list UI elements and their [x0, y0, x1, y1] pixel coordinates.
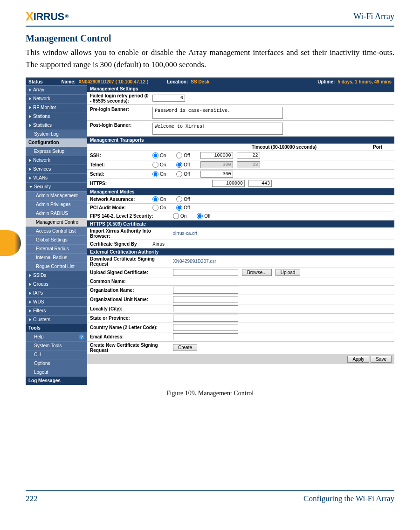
serial-off-radio[interactable]: Off: [176, 171, 190, 177]
telnet-off-radio[interactable]: Off: [176, 162, 190, 168]
pci-on-radio[interactable]: On: [152, 205, 166, 211]
sidebar-clusters[interactable]: Clusters: [26, 315, 87, 324]
ssh-label: SSH:: [90, 153, 149, 158]
sidebar-options[interactable]: Options: [26, 359, 87, 368]
organization-name-label: Organization Name:: [90, 288, 169, 293]
management-control-screenshot: Status Name:XN0429091D207 ( 10.100.47.12…: [26, 77, 394, 385]
help-icon: ?: [79, 334, 84, 340]
ou-name-label: Organizational Unit Name:: [90, 297, 169, 302]
sidebar-filters[interactable]: Filters: [26, 306, 87, 315]
page-number: 222: [26, 494, 38, 503]
serial-label: Serial:: [90, 172, 149, 177]
save-button[interactable]: Save: [371, 356, 392, 363]
serial-on-radio[interactable]: On: [152, 171, 166, 177]
state-label: State or Province:: [90, 316, 169, 321]
download-csr-label: Download Certificate Signing Request: [90, 256, 169, 267]
ssh-on-radio[interactable]: On: [152, 152, 166, 158]
sidebar-array[interactable]: Array: [26, 85, 87, 94]
sidebar-iaps[interactable]: IAPs: [26, 289, 87, 297]
net-assure-on-radio[interactable]: On: [152, 196, 166, 202]
apply-button[interactable]: Apply: [347, 356, 369, 363]
sidebar-log-messages-head: Log Messages: [26, 377, 87, 385]
figure-caption: Figure 109. Management Control: [26, 390, 394, 397]
status-label: Status: [28, 79, 43, 84]
organization-name-input[interactable]: [173, 287, 238, 294]
fips-on-radio[interactable]: On: [173, 213, 186, 219]
fips-off-radio[interactable]: Off: [197, 213, 210, 219]
email-label: Email Address:: [90, 334, 169, 339]
sidebar-security[interactable]: Security: [26, 182, 87, 191]
sidebar-logout[interactable]: Logout: [26, 368, 87, 377]
pre-login-banner-label: Pre-login Banner:: [90, 107, 149, 112]
sidebar-internal-radius[interactable]: Internal Radius: [26, 253, 87, 262]
serial-timeout-input[interactable]: [200, 171, 233, 178]
sidebar-system-log[interactable]: System Log: [26, 130, 87, 138]
telnet-port-input[interactable]: [237, 161, 260, 168]
upload-button[interactable]: Upload: [275, 269, 301, 276]
telnet-label: Telnet:: [90, 162, 149, 167]
pci-off-radio[interactable]: Off: [176, 205, 190, 211]
sidebar-global-settings[interactable]: Global Settings: [26, 235, 87, 244]
status-uptime: 5 days, 1 hours, 49 mins: [337, 79, 392, 84]
status-location: SS Desk: [191, 79, 209, 84]
header-right: Wi-Fi Array: [353, 12, 394, 21]
locality-label: Locality (City):: [90, 306, 169, 311]
sidebar-rf-monitor[interactable]: RF Monitor: [26, 103, 87, 112]
sidebar-wds[interactable]: WDS: [26, 297, 87, 306]
net-assure-off-radio[interactable]: Off: [176, 196, 190, 202]
upload-cert-input[interactable]: [173, 269, 238, 276]
sidebar-admin-radius[interactable]: Admin RADIUS: [26, 209, 87, 218]
sidebar-cli[interactable]: CLI: [26, 350, 87, 359]
panel-management-transports: Management Transports: [87, 137, 394, 144]
sidebar-management-control[interactable]: Management Control: [26, 218, 87, 227]
sidebar-network[interactable]: Network: [26, 94, 87, 103]
sidebar: Array Network RF Monitor Stations Statis…: [26, 85, 87, 385]
https-port-input[interactable]: [248, 180, 272, 187]
download-csr-link[interactable]: XN0429091D207.csr: [173, 259, 216, 264]
country-label: Country Name (2 Letter Code):: [90, 325, 169, 330]
locality-input[interactable]: [173, 305, 238, 312]
ssh-off-radio[interactable]: Off: [176, 152, 190, 158]
state-input[interactable]: [173, 315, 238, 322]
sidebar-vlans[interactable]: VLANs: [26, 173, 87, 182]
sidebar-ssids[interactable]: SSIDs: [26, 271, 87, 280]
panel-management-settings: Management Settings: [87, 85, 394, 92]
https-timeout-input[interactable]: [212, 180, 245, 187]
brand-logo: XIRRUS®: [26, 9, 69, 24]
pre-login-banner-input[interactable]: Password is case-sensitive.: [152, 107, 283, 119]
ssh-port-input[interactable]: [237, 152, 260, 159]
sidebar-admin-management[interactable]: Admin Management: [26, 191, 87, 200]
sidebar-cfg-network[interactable]: Network: [26, 156, 87, 165]
sidebar-system-tools[interactable]: System Tools: [26, 341, 87, 350]
retry-period-input[interactable]: [152, 95, 185, 102]
browse-button[interactable]: Browse...: [242, 269, 272, 276]
network-assurance-label: Network Assurance:: [90, 197, 149, 202]
ou-name-input[interactable]: [173, 296, 238, 303]
sidebar-stations[interactable]: Stations: [26, 112, 87, 121]
panel-external-cert-authority: External Certification Authority: [87, 248, 394, 255]
header-rule: [26, 26, 394, 27]
https-label: HTTPS:: [90, 181, 149, 186]
cert-signed-by-value: Xirrus: [152, 241, 165, 247]
email-input[interactable]: [173, 333, 238, 340]
sidebar-express-setup[interactable]: Express Setup: [26, 147, 87, 156]
ssh-timeout-input[interactable]: [200, 152, 233, 159]
status-name: XN0429091D207 ( 10.100.47.12 ): [78, 79, 148, 84]
sidebar-rogue-control-list[interactable]: Rogue Control List: [26, 262, 87, 271]
telnet-timeout-input[interactable]: [200, 161, 233, 168]
country-input[interactable]: [173, 324, 238, 331]
sidebar-statistics[interactable]: Statistics: [26, 121, 87, 130]
th-timeout: Timeout (30-100000 seconds): [205, 145, 364, 150]
import-authority-link[interactable]: xirrus-ca.crt: [173, 231, 197, 236]
create-button[interactable]: Create: [173, 344, 197, 351]
post-login-banner-input[interactable]: Welcome to Xirrus!: [152, 123, 283, 135]
sidebar-configuration-head: Configuration: [26, 138, 87, 147]
post-login-banner-label: Post-login Banner:: [90, 123, 149, 128]
sidebar-services[interactable]: Services: [26, 165, 87, 173]
sidebar-help[interactable]: Help?: [26, 332, 87, 341]
sidebar-external-radius[interactable]: External Radius: [26, 244, 87, 253]
telnet-on-radio[interactable]: On: [152, 162, 166, 168]
sidebar-access-control-list[interactable]: Access Control List: [26, 227, 87, 235]
sidebar-groups[interactable]: Groups: [26, 280, 87, 289]
sidebar-admin-privileges[interactable]: Admin Privileges: [26, 200, 87, 209]
